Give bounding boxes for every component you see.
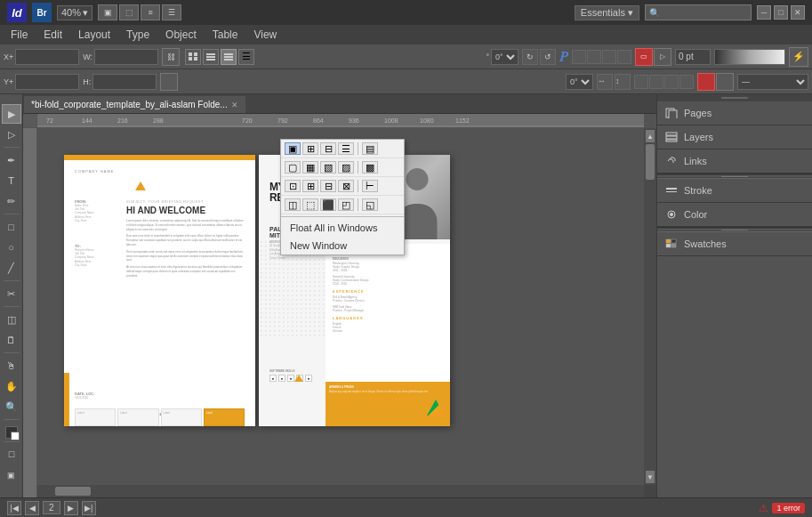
search-input[interactable]	[660, 4, 740, 20]
fill-color[interactable]	[5, 426, 18, 439]
minimize-button[interactable]: ─	[757, 5, 771, 20]
essentials-dropdown[interactable]: Essentials ▾	[575, 5, 639, 20]
view-btn-a[interactable]	[185, 49, 201, 65]
panel-resize-handle[interactable]	[657, 94, 812, 101]
layout-btn-2[interactable]: ⬚	[119, 4, 139, 20]
grid-btn-r4c[interactable]: ⬛	[320, 198, 336, 211]
flip-v-btn[interactable]: ↕	[615, 74, 631, 90]
error-badge[interactable]: 1 error	[772, 503, 805, 513]
menu-file[interactable]: File	[4, 27, 35, 43]
layout-btn-1[interactable]: ▣	[98, 4, 117, 20]
tool-type[interactable]: T	[2, 171, 21, 190]
layers-panel-header[interactable]: Layers	[657, 125, 812, 149]
color-btn-3[interactable]	[716, 73, 734, 91]
normal-mode[interactable]: ☐	[2, 445, 21, 464]
link-icon[interactable]: ⛓	[162, 48, 180, 66]
rotation-select[interactable]: 0°	[491, 49, 519, 65]
grid-btn-r2c[interactable]: ▧	[320, 161, 336, 174]
stroke-panel-header[interactable]: Stroke	[657, 179, 812, 202]
grid-btn-r4e[interactable]: ◱	[362, 198, 378, 211]
close-button[interactable]: ✕	[791, 5, 805, 20]
tool-scissors[interactable]: ✂	[2, 284, 21, 303]
menu-view[interactable]: View	[246, 27, 284, 43]
tool-direct[interactable]: ▷	[2, 125, 21, 144]
page-number[interactable]: 2	[43, 501, 60, 514]
tool-rect[interactable]: □	[2, 217, 21, 237]
scrollbar-thumb-v[interactable]	[646, 144, 655, 180]
zoom-control[interactable]: 40% ▾	[57, 5, 92, 20]
tab-close-icon[interactable]: ✕	[231, 101, 238, 109]
menu-object[interactable]: Object	[158, 27, 204, 43]
color-btn-2[interactable]: ▷	[654, 48, 671, 66]
tool-pen[interactable]: ✒	[2, 150, 21, 170]
grid-btn-3col[interactable]: ⊟	[320, 142, 336, 155]
next-page-btn[interactable]: ▶	[64, 501, 78, 515]
tool-line[interactable]: ╱	[2, 258, 21, 278]
prev-page-btn[interactable]: ◀	[25, 501, 39, 515]
grid-btn-r3e[interactable]: ⊢	[362, 180, 378, 192]
grid-btn-r3d[interactable]: ⊠	[338, 180, 354, 192]
grid-btn-2col[interactable]: ⊞	[302, 142, 318, 155]
tool-note[interactable]: 🗒	[2, 330, 21, 350]
flip-h-btn[interactable]: ↔	[597, 74, 613, 90]
tool-zoom[interactable]: 🔍	[2, 397, 21, 416]
transform-btn-2[interactable]: ↺	[540, 49, 556, 65]
y-input[interactable]: 0 pt	[15, 74, 79, 90]
grid-btn-single[interactable]: ▣	[285, 142, 301, 155]
menu-edit[interactable]: Edit	[36, 27, 69, 43]
view-btn-c[interactable]	[221, 49, 237, 65]
menu-layout[interactable]: Layout	[71, 27, 117, 43]
view-btn-b[interactable]	[203, 49, 219, 65]
last-page-btn[interactable]: ▶|	[82, 501, 96, 515]
grid-btn-r4d[interactable]: ◰	[338, 198, 354, 211]
h-input[interactable]: 259.958 pt	[92, 74, 157, 90]
tool-select[interactable]: ▶	[2, 104, 21, 124]
error-section: ⚠ 1 error	[759, 502, 805, 514]
scrollbar-up-arrow[interactable]: ▲	[646, 130, 655, 142]
grid-btn-r2b[interactable]: ▦	[302, 161, 318, 174]
transform-btn-1[interactable]: ↻	[522, 49, 538, 65]
color-red-btn[interactable]: ▭	[635, 48, 653, 66]
view-btn-d[interactable]: ☰	[238, 49, 254, 65]
grid-btn-r2a[interactable]: ▢	[285, 161, 301, 174]
tool-ellipse[interactable]: ○	[2, 238, 21, 257]
grid-btn-r3a[interactable]: ⊡	[285, 180, 301, 192]
tool-gradient[interactable]: ◫	[2, 310, 21, 329]
grid-btn-4col[interactable]: ☰	[338, 142, 354, 155]
pt-input[interactable]	[675, 49, 711, 65]
tool-eyedrop[interactable]: 🖱	[2, 356, 21, 376]
first-page-btn[interactable]: |◀	[7, 501, 21, 515]
scrollbar-thumb-h[interactable]	[55, 487, 91, 496]
scrollbar-vertical[interactable]: ▲ ▼	[644, 128, 656, 485]
new-window-item[interactable]: New Window	[281, 237, 404, 254]
tool-pencil[interactable]: ✏	[2, 191, 21, 211]
menu-type[interactable]: Type	[119, 27, 157, 43]
grid-btn-r3c[interactable]: ⊟	[320, 180, 336, 192]
layout-btn-3[interactable]: ≡	[141, 4, 160, 20]
links-panel-header[interactable]: Links	[657, 149, 812, 173]
swatches-panel-header[interactable]: Swatches	[657, 232, 812, 255]
scrollbar-down-arrow[interactable]: ▼	[646, 471, 655, 483]
lightning-btn[interactable]: ⚡	[789, 47, 808, 67]
float-all-windows-item[interactable]: Float All in Windows	[281, 219, 404, 237]
grid-btn-r1[interactable]: ▤	[362, 142, 378, 155]
x-input[interactable]: -80.372 pt	[15, 49, 79, 65]
color-stroke-btn[interactable]	[697, 73, 715, 91]
document-tab[interactable]: *bi-fold_corporate_template_by_ali-aslam…	[23, 95, 246, 113]
maximize-button[interactable]: □	[774, 5, 788, 20]
w-input[interactable]: 389.937 pt	[94, 49, 158, 65]
preview-mode[interactable]: ▣	[2, 465, 21, 485]
grid-btn-r4b[interactable]: ⬚	[302, 198, 318, 211]
tool-hand[interactable]: ✋	[2, 376, 21, 396]
menu-table[interactable]: Table	[205, 27, 245, 43]
stroke-style-select[interactable]: —	[737, 74, 808, 90]
layout-btn-4[interactable]: ☰	[162, 4, 181, 20]
grid-btn-r2e[interactable]: ▩	[362, 161, 378, 174]
pages-panel-header[interactable]: Pages	[657, 101, 812, 125]
grid-btn-r2d[interactable]: ▨	[338, 161, 354, 174]
color-panel-header[interactable]: Color	[657, 203, 812, 226]
rotation-select-2[interactable]: 0°	[566, 74, 593, 90]
grid-btn-r3b[interactable]: ⊞	[302, 180, 318, 192]
grid-btn-r4a[interactable]: ◫	[285, 198, 301, 211]
scrollbar-horizontal[interactable]	[37, 485, 644, 497]
